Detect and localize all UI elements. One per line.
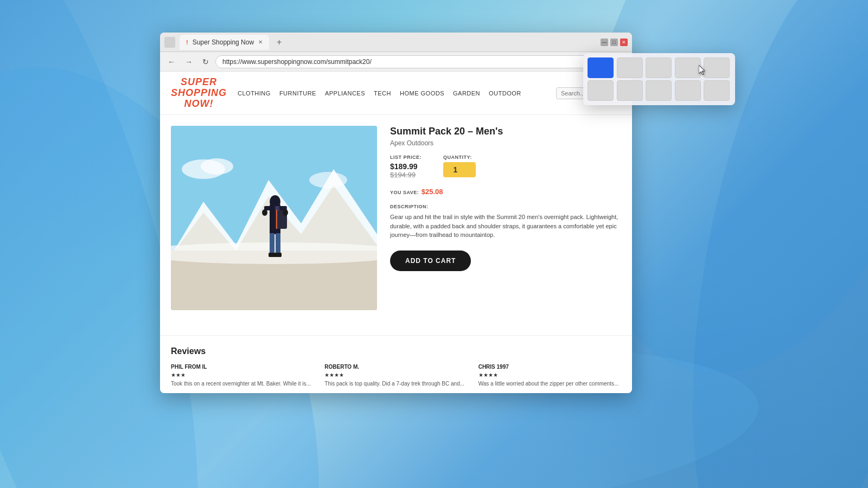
add-to-cart-button[interactable]: ADD TO CART (390, 251, 471, 271)
savings-amount: $25.08 (422, 188, 443, 196)
browser-tab-active[interactable]: ! Super Shopping Now ✕ (180, 35, 269, 50)
review-item-2: CHRIS 1997 ★★★★ Was a little worried abo… (478, 364, 621, 388)
nav-item-appliances[interactable]: APPLIANCES (325, 90, 365, 97)
svg-rect-23 (270, 233, 275, 255)
switcher-thumb-6[interactable] (617, 80, 643, 101)
quantity-section: QUANTITY: (443, 155, 476, 179)
website-content: SUPER SHOPPING NOW! CLOTHING FURNITURE A… (160, 72, 632, 393)
svg-point-21 (262, 209, 267, 216)
svg-marker-27 (699, 65, 705, 75)
review-text-1: This pack is top quality. Did a 7-day tr… (324, 380, 467, 388)
new-tab-button[interactable]: + (273, 37, 285, 47)
product-brand: Apex Outdoors (390, 139, 621, 147)
nav-item-garden[interactable]: GARDEN (453, 90, 480, 97)
price-current: $189.99 (390, 162, 422, 171)
tab-switcher-popup (583, 53, 735, 105)
address-bar[interactable] (215, 55, 628, 68)
review-stars-0: ★★★ (171, 372, 314, 378)
nav-item-furniture[interactable]: FURNITURE (279, 90, 316, 97)
switcher-thumb-7[interactable] (646, 80, 672, 101)
price-quantity-row: LIST PRICE: $189.99 $194.99 QUANTITY: (390, 155, 621, 179)
savings-section: YOU SAVE: $25.08 (390, 187, 621, 196)
svg-rect-18 (276, 210, 277, 229)
price-section: LIST PRICE: $189.99 $194.99 (390, 155, 422, 179)
close-button[interactable]: ✕ (620, 38, 628, 46)
switcher-thumb-8[interactable] (675, 80, 701, 101)
tab-close-button[interactable]: ✕ (258, 39, 263, 45)
switcher-thumb-9[interactable] (704, 80, 730, 101)
site-logo: SUPER SHOPPING NOW! (171, 77, 227, 109)
reviews-grid: PHIL FROM IL ★★★ Took this on a recent o… (171, 364, 621, 388)
review-item-1: ROBERTO M. ★★★★ This pack is top quality… (324, 364, 467, 388)
svg-point-12 (201, 158, 233, 175)
nav-item-clothing[interactable]: CLOTHING (238, 90, 271, 97)
review-text-0: Took this on a recent overnighter at Mt.… (171, 380, 314, 388)
window-controls: — □ ✕ (601, 38, 628, 46)
svg-point-13 (309, 172, 347, 188)
logo-line3: NOW! (171, 99, 227, 110)
product-info: Summit Pack 20 – Men's Apex Outdoors LIS… (377, 126, 621, 324)
nav-item-outdoor[interactable]: OUTDOOR (489, 90, 521, 97)
svg-rect-26 (275, 253, 282, 257)
reviewer-name-2: CHRIS 1997 (478, 364, 621, 370)
review-stars-2: ★★★★ (478, 372, 621, 378)
logo-line1: SUPER (171, 77, 227, 88)
nav-item-tech[interactable]: TECH (374, 90, 391, 97)
browser-titlebar: ! Super Shopping Now ✕ + — □ ✕ (160, 33, 632, 52)
browser-window: ! Super Shopping Now ✕ + — □ ✕ ← → ↻ SUP… (160, 33, 632, 393)
review-item-0: PHIL FROM IL ★★★ Took this on a recent o… (171, 364, 314, 388)
switcher-thumb-2[interactable] (646, 57, 672, 78)
price-original: $194.99 (390, 171, 422, 179)
tab-favicon: ! (186, 39, 188, 46)
browser-menu-icon[interactable] (164, 37, 175, 48)
browser-toolbar: ← → ↻ (160, 52, 632, 72)
reviews-title: Reviews (171, 346, 621, 356)
site-header: SUPER SHOPPING NOW! CLOTHING FURNITURE A… (160, 72, 632, 115)
reviewer-name-1: ROBERTO M. (324, 364, 467, 370)
refresh-button[interactable]: ↻ (199, 55, 212, 68)
switcher-thumb-3[interactable] (675, 57, 701, 78)
site-navigation: CLOTHING FURNITURE APPLIANCES TECH HOME … (238, 90, 545, 97)
back-button[interactable]: ← (164, 55, 178, 68)
switcher-thumb-1[interactable] (617, 57, 643, 78)
quantity-input[interactable] (443, 162, 476, 177)
description-section: DESCRIPTION: Gear up and hit the trail i… (390, 204, 621, 240)
switcher-thumb-5[interactable] (588, 80, 614, 101)
review-text-2: Was a little worried about the zipper pe… (478, 380, 621, 388)
minimize-button[interactable]: — (601, 38, 608, 46)
product-image (171, 126, 377, 310)
mouse-cursor (699, 65, 705, 75)
nav-item-home-goods[interactable]: HOME GOODS (400, 90, 444, 97)
svg-rect-24 (276, 233, 280, 255)
reviewer-name-0: PHIL FROM IL (171, 364, 314, 370)
switcher-thumb-4[interactable] (704, 57, 730, 78)
description-label: DESCRIPTION: (390, 204, 621, 209)
svg-point-22 (283, 209, 288, 216)
review-stars-1: ★★★★ (324, 372, 467, 378)
maximize-button[interactable]: □ (610, 38, 618, 46)
product-page: Summit Pack 20 – Men's Apex Outdoors LIS… (160, 115, 632, 335)
switcher-thumb-0[interactable] (588, 57, 614, 78)
you-save-label: YOU SAVE: (390, 190, 419, 195)
forward-button[interactable]: → (182, 55, 196, 68)
reviews-section: Reviews PHIL FROM IL ★★★ Took this on a … (160, 335, 632, 393)
quantity-label: QUANTITY: (443, 155, 476, 160)
description-text: Gear up and hit the trail in style with … (390, 213, 621, 240)
product-title: Summit Pack 20 – Men's (390, 126, 621, 137)
logo-line2: SHOPPING (171, 88, 227, 99)
list-price-label: LIST PRICE: (390, 155, 422, 160)
tab-title: Super Shopping Now (193, 38, 254, 46)
